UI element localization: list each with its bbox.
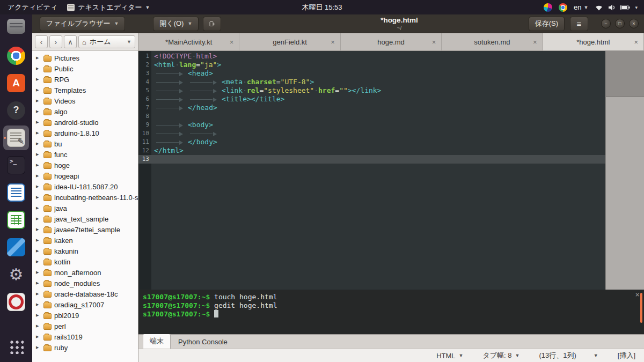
- file-tree-item[interactable]: ▶Templates: [32, 85, 138, 95]
- chrome-indicator-icon[interactable]: [559, 3, 567, 12]
- editor-scrollbar[interactable]: [605, 51, 644, 290]
- terminal-dock-item[interactable]: [3, 153, 29, 178]
- expander-icon[interactable]: ▶: [36, 270, 41, 275]
- file-tree-item[interactable]: ▶Public: [32, 63, 138, 74]
- expander-icon[interactable]: ▶: [36, 292, 41, 296]
- files-dock-item[interactable]: [3, 16, 29, 41]
- expander-icon[interactable]: ▶: [36, 281, 41, 285]
- file-tree-item[interactable]: ▶kaken: [32, 235, 138, 246]
- file-browser-toggle-button[interactable]: ファイルブラウザー ▼: [40, 17, 125, 31]
- color-wheel-indicator-icon[interactable]: [544, 3, 552, 12]
- expander-icon[interactable]: ▶: [36, 67, 41, 71]
- file-tree-item[interactable]: ▶kakunin: [32, 246, 138, 256]
- calc-dock-item[interactable]: [3, 208, 29, 232]
- file-tree-item[interactable]: ▶ruby: [32, 342, 138, 353]
- vscode-dock-item[interactable]: [3, 235, 29, 260]
- expander-icon[interactable]: ▶: [36, 99, 41, 103]
- expander-icon[interactable]: ▶: [36, 324, 41, 328]
- expander-icon[interactable]: ▶: [36, 120, 41, 124]
- editor-tab[interactable]: hoge.md×: [341, 33, 442, 50]
- expander-icon[interactable]: ▶: [36, 88, 41, 92]
- scrollbar-thumb[interactable]: [606, 51, 644, 97]
- settings-dock-item[interactable]: [3, 262, 29, 287]
- editor-tab[interactable]: sotuken.md×: [442, 33, 543, 50]
- clock[interactable]: 木曜日 15:53: [302, 3, 342, 12]
- panel-tab-terminal[interactable]: 端末: [143, 334, 171, 349]
- app-menu[interactable]: テキストエディター ▼: [67, 3, 150, 12]
- new-document-button[interactable]: [203, 17, 221, 31]
- back-button[interactable]: ‹: [35, 35, 48, 48]
- file-tree-item[interactable]: ▶oracle-database-18c: [32, 289, 138, 299]
- tab-close-icon[interactable]: ×: [634, 38, 638, 46]
- software-dock-item[interactable]: [3, 71, 29, 95]
- file-tree-item[interactable]: ▶mon_afternoon: [32, 267, 138, 278]
- file-tree-item[interactable]: ▶RPG: [32, 74, 138, 85]
- file-tree-item[interactable]: ▶java_text_sample: [32, 213, 138, 224]
- minimize-button[interactable]: −: [601, 19, 611, 28]
- terminal-scrollbar[interactable]: [640, 293, 642, 323]
- panel-tab-python-console[interactable]: Python Console: [172, 336, 234, 349]
- maximize-button[interactable]: □: [615, 19, 625, 28]
- file-tree-item[interactable]: ▶javaee7tettei_sample: [32, 224, 138, 235]
- code-area[interactable]: <!DOCTYPE·html><html·lang="ja"><head><me…: [151, 51, 605, 290]
- file-tree-item[interactable]: ▶arduino-1.8.10: [32, 128, 138, 138]
- expander-icon[interactable]: ▶: [36, 249, 41, 253]
- help-dock-item[interactable]: [3, 98, 29, 123]
- language-selector[interactable]: HTML ▼: [436, 352, 463, 360]
- expander-icon[interactable]: ▶: [36, 56, 41, 60]
- file-tree-item[interactable]: ▶func: [32, 149, 138, 160]
- expander-icon[interactable]: ▶: [36, 260, 41, 264]
- file-tree-item[interactable]: ▶Pictures: [32, 53, 138, 63]
- close-button[interactable]: ×: [629, 19, 639, 28]
- expander-icon[interactable]: ▶: [36, 131, 41, 135]
- terminal[interactable]: × s17007@s17007:~$ touch hoge.htmls17007…: [138, 290, 644, 334]
- file-tree-item[interactable]: ▶hoge: [32, 160, 138, 171]
- file-tree-item[interactable]: ▶pbl2019: [32, 310, 138, 321]
- redapp-dock-item[interactable]: [3, 290, 29, 314]
- file-tree-item[interactable]: ▶Videos: [32, 95, 138, 106]
- expander-icon[interactable]: ▶: [36, 206, 41, 210]
- file-tree-item[interactable]: ▶idea-IU-181.5087.20: [32, 181, 138, 192]
- file-tree-item[interactable]: ▶algo: [32, 106, 138, 117]
- expander-icon[interactable]: ▶: [36, 238, 41, 242]
- expander-icon[interactable]: ▶: [36, 77, 41, 82]
- expander-icon[interactable]: ▶: [36, 163, 41, 167]
- editor-tab[interactable]: genField.kt×: [239, 33, 340, 50]
- tab-close-icon[interactable]: ×: [230, 38, 234, 46]
- expander-icon[interactable]: ▶: [36, 302, 41, 307]
- up-button[interactable]: ∧: [64, 35, 77, 48]
- close-panel-icon[interactable]: ×: [635, 290, 640, 299]
- save-button[interactable]: 保存(S): [529, 17, 565, 31]
- forward-button[interactable]: ›: [49, 35, 62, 48]
- writer-dock-item[interactable]: [3, 180, 29, 205]
- tab-close-icon[interactable]: ×: [432, 38, 436, 46]
- editor-tab[interactable]: *hoge.html×: [543, 33, 644, 50]
- tab-width-selector[interactable]: タブ幅: 8 ▼: [482, 351, 519, 360]
- file-tree-item[interactable]: ▶android-studio: [32, 117, 138, 128]
- editor-tab[interactable]: *MainActivity.kt×: [138, 33, 239, 50]
- expander-icon[interactable]: ▶: [36, 345, 41, 350]
- expander-icon[interactable]: ▶: [36, 335, 41, 339]
- expander-icon[interactable]: ▶: [36, 184, 41, 189]
- expander-icon[interactable]: ▶: [36, 152, 41, 157]
- keyboard-layout-indicator[interactable]: en ▼: [574, 3, 588, 11]
- file-tree-item[interactable]: ▶hogeapi: [32, 171, 138, 181]
- location-dropdown[interactable]: ⌂ ホーム ▼: [78, 35, 135, 48]
- file-tree-item[interactable]: ▶oradiag_s17007: [32, 299, 138, 310]
- expander-icon[interactable]: ▶: [36, 217, 41, 221]
- cursor-position[interactable]: (13行、1列) ▼: [539, 351, 598, 360]
- file-tree-item[interactable]: ▶incubating-netbeans-11.0-sc: [32, 192, 138, 203]
- file-tree-item[interactable]: ▶node_modules: [32, 278, 138, 289]
- file-tree-item[interactable]: ▶kotlin: [32, 256, 138, 267]
- file-tree-item[interactable]: ▶bu: [32, 138, 138, 149]
- expander-icon[interactable]: ▶: [36, 142, 41, 146]
- expander-icon[interactable]: ▶: [36, 174, 41, 178]
- showapps-dock-item[interactable]: [3, 334, 29, 359]
- expander-icon[interactable]: ▶: [36, 313, 41, 317]
- system-menu[interactable]: ▾: [595, 4, 638, 11]
- file-tree-item[interactable]: ▶java: [32, 203, 138, 213]
- file-tree-item[interactable]: ▶rails1019: [32, 331, 138, 342]
- tab-close-icon[interactable]: ×: [331, 38, 335, 46]
- expander-icon[interactable]: ▶: [36, 109, 41, 114]
- texteditor-dock-item[interactable]: [3, 125, 29, 150]
